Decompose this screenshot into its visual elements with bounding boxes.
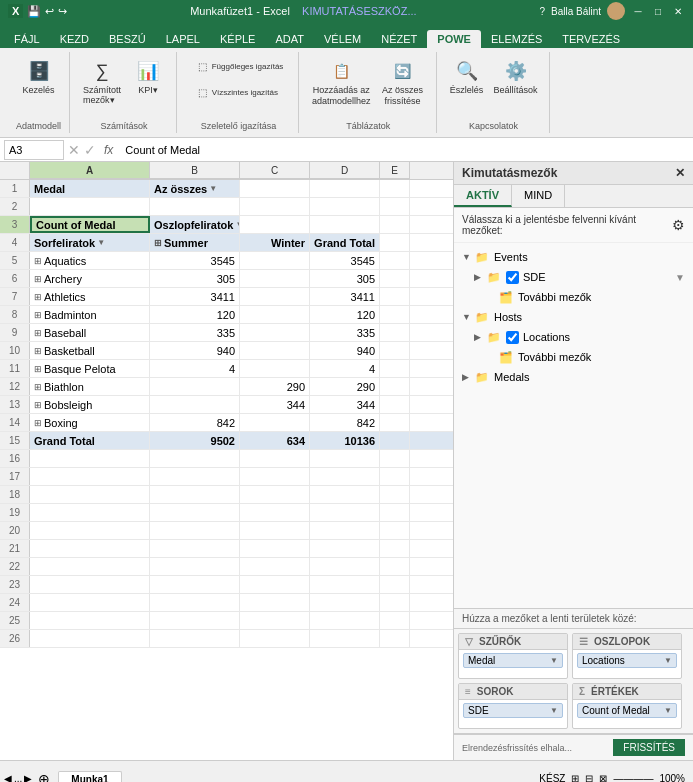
- pivot-close-button[interactable]: ✕: [675, 166, 685, 180]
- szamitott-mezok-button[interactable]: ∑ Számítottmezők▾: [80, 54, 124, 108]
- cell-a11[interactable]: ⊞Basque Pelota: [30, 360, 150, 377]
- cell-d8[interactable]: 120: [310, 306, 380, 323]
- quick-access-undo[interactable]: ↩: [45, 5, 54, 18]
- frissites-button[interactable]: 🔄 Az összesfrissítése: [378, 54, 428, 110]
- tab-mind[interactable]: MIND: [512, 185, 565, 207]
- cell-d14[interactable]: 842: [310, 414, 380, 431]
- cell-a10[interactable]: ⊞Basketball: [30, 342, 150, 359]
- cell-b5[interactable]: 3545: [150, 252, 240, 269]
- cell-d15[interactable]: 10136: [310, 432, 380, 449]
- cell-b1[interactable]: Az összes ▼: [150, 180, 240, 197]
- tab-lapel[interactable]: LAPEL: [156, 30, 210, 48]
- zoom-slider[interactable]: ————: [613, 773, 653, 782]
- layout-preview-icon[interactable]: ⊠: [599, 773, 607, 782]
- cell-d4[interactable]: Grand Total: [310, 234, 380, 251]
- dropdown-icon-b1[interactable]: ▼: [209, 184, 217, 193]
- layout-normal-icon[interactable]: ⊞: [571, 773, 579, 782]
- locations-checkbox[interactable]: [506, 331, 519, 344]
- sheet-tab-munka1[interactable]: Munka1: [58, 771, 121, 783]
- cell-b4[interactable]: ⊞Summer: [150, 234, 240, 251]
- tab-powe[interactable]: POWE: [427, 30, 481, 48]
- tree-item-medals[interactable]: ▶ 📁 Medals: [454, 367, 693, 387]
- tree-item-hosts[interactable]: ▼ 📁 Hosts: [454, 307, 693, 327]
- szurok-chip-medal[interactable]: Medal ▼: [463, 653, 563, 668]
- tree-item-tovabbi-hosts[interactable]: 🗂️ További mezők: [454, 347, 693, 367]
- chip-dropdown-icon-2[interactable]: ▼: [664, 656, 672, 665]
- cell-a8[interactable]: ⊞Badminton: [30, 306, 150, 323]
- dropdown-icon-a4[interactable]: ▼: [97, 238, 105, 247]
- tab-adat[interactable]: ADAT: [265, 30, 314, 48]
- vizszintes-igazitas-button[interactable]: ⬚ Vízszintes igazítás: [191, 80, 281, 104]
- add-sheet-button[interactable]: ⊕: [34, 771, 54, 783]
- chip-dropdown-icon-3[interactable]: ▼: [550, 706, 558, 715]
- restore-button[interactable]: □: [651, 4, 665, 18]
- chip-dropdown-icon[interactable]: ▼: [550, 656, 558, 665]
- layout-page-icon[interactable]: ⊟: [585, 773, 593, 782]
- tab-tervezes[interactable]: TERVEZÉS: [552, 30, 630, 48]
- cell-b8[interactable]: 120: [150, 306, 240, 323]
- beallitasok-button[interactable]: ⚙️ Beállítások: [491, 54, 541, 98]
- cell-d12[interactable]: 290: [310, 378, 380, 395]
- hozzaadas-button[interactable]: 📋 Hozzáadás azadatmodellhez: [309, 54, 374, 110]
- tab-nezet[interactable]: NÉZET: [371, 30, 427, 48]
- fuggoeleges-igazitas-button[interactable]: ⬚ Függőleges igazítás: [191, 54, 287, 78]
- cell-a15[interactable]: Grand Total: [30, 432, 150, 449]
- sheet-nav-left[interactable]: ◀: [4, 773, 12, 782]
- cell-c13[interactable]: 344: [240, 396, 310, 413]
- cell-d13[interactable]: 344: [310, 396, 380, 413]
- cell-d5[interactable]: 3545: [310, 252, 380, 269]
- sheet-nav-dots[interactable]: ...: [14, 773, 22, 782]
- cell-a9[interactable]: ⊞Baseball: [30, 324, 150, 341]
- cell-a3[interactable]: Count of Medal: [30, 216, 150, 233]
- cell-b9[interactable]: 335: [150, 324, 240, 341]
- chip-dropdown-icon-4[interactable]: ▼: [664, 706, 672, 715]
- cell-a12[interactable]: ⊞Biathlon: [30, 378, 150, 395]
- cell-a7[interactable]: ⊞Athletics: [30, 288, 150, 305]
- cell-c4[interactable]: Winter: [240, 234, 310, 251]
- cell-d11[interactable]: 4: [310, 360, 380, 377]
- tree-item-locations[interactable]: ▶ 📁 Locations: [454, 327, 693, 347]
- cell-a5[interactable]: ⊞Aquatics: [30, 252, 150, 269]
- quick-access-redo[interactable]: ↪: [58, 5, 67, 18]
- ertekek-chip-count[interactable]: Count of Medal ▼: [577, 703, 677, 718]
- cell-a13[interactable]: ⊞Bobsleigh: [30, 396, 150, 413]
- tab-elemzes[interactable]: ELEMZÉS: [481, 30, 552, 48]
- tab-kezd[interactable]: KEZD: [50, 30, 99, 48]
- tab-aktiv[interactable]: AKTÍV: [454, 185, 512, 207]
- tab-keple[interactable]: KÉPLE: [210, 30, 265, 48]
- cell-ref-input[interactable]: [4, 140, 64, 160]
- col-header-d[interactable]: D: [310, 162, 380, 179]
- cell-c15[interactable]: 634: [240, 432, 310, 449]
- cell-d7[interactable]: 3411: [310, 288, 380, 305]
- tree-item-tovabbi-events[interactable]: 🗂️ További mezők: [454, 287, 693, 307]
- col-header-c[interactable]: C: [240, 162, 310, 179]
- cell-b14[interactable]: 842: [150, 414, 240, 431]
- kpi-button[interactable]: 📊 KPI▾: [128, 54, 168, 98]
- cell-b7[interactable]: 3411: [150, 288, 240, 305]
- cell-a6[interactable]: ⊞Archery: [30, 270, 150, 287]
- tab-velem[interactable]: VÉLEM: [314, 30, 371, 48]
- cell-d10[interactable]: 940: [310, 342, 380, 359]
- minimize-button[interactable]: ─: [631, 4, 645, 18]
- sheet-nav-right[interactable]: ▶: [24, 773, 32, 782]
- cell-b3[interactable]: Oszlopfeliratok ▼: [150, 216, 240, 233]
- tab-beszu[interactable]: BESZÚ: [99, 30, 156, 48]
- col-header-b[interactable]: B: [150, 162, 240, 179]
- col-header-e[interactable]: E: [380, 162, 410, 179]
- cell-b6[interactable]: 305: [150, 270, 240, 287]
- formula-input[interactable]: [121, 144, 689, 156]
- cell-b11[interactable]: 4: [150, 360, 240, 377]
- col-header-a[interactable]: A: [30, 162, 150, 179]
- cell-c12[interactable]: 290: [240, 378, 310, 395]
- close-button[interactable]: ✕: [671, 4, 685, 18]
- refresh-button[interactable]: FRISSÍTÉS: [613, 739, 685, 756]
- gear-icon[interactable]: ⚙: [672, 217, 685, 233]
- cell-a1[interactable]: Medal: [30, 180, 150, 197]
- cell-a4[interactable]: Sorfeliratok ▼: [30, 234, 150, 251]
- help-icon[interactable]: ?: [539, 6, 545, 17]
- tree-item-sde[interactable]: ▶ 📁 SDE ▼: [454, 267, 693, 287]
- sde-checkbox[interactable]: [506, 271, 519, 284]
- sorok-chip-sde[interactable]: SDE ▼: [463, 703, 563, 718]
- quick-access-save[interactable]: 💾: [27, 5, 41, 18]
- cell-a14[interactable]: ⊞Boxing: [30, 414, 150, 431]
